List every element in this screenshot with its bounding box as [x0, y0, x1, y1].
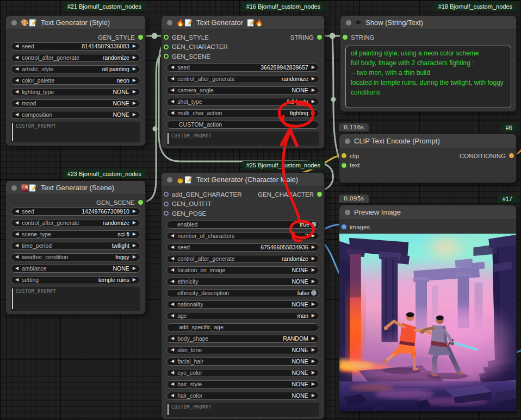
increment-arrow-icon[interactable]: ▶	[133, 232, 136, 236]
input-dot-icon[interactable]	[164, 54, 169, 59]
widget-value[interactable]: oil painting	[102, 66, 129, 72]
widget-CUSTOM_action[interactable]: CUSTOM_action	[166, 121, 319, 129]
decrement-arrow-icon[interactable]: ◀	[171, 382, 174, 386]
output-slot-GEN_SCENE[interactable]: GEN_SCENE	[96, 199, 143, 206]
decrement-arrow-icon[interactable]: ◀	[171, 279, 174, 284]
widget-multi_char_action[interactable]: ◀multi_char_actionfighting▶	[166, 109, 319, 117]
shown-string-text[interactable]: oil painting style, using a neon color s…	[345, 46, 511, 109]
collapse-dot-icon[interactable]	[167, 20, 172, 26]
increment-arrow-icon[interactable]: ▶	[312, 65, 315, 70]
node-text-generator-character-male[interactable]: 👨📝 Text Generator (Character Male) add_G…	[161, 172, 325, 419]
decrement-arrow-icon[interactable]: ◀	[171, 393, 174, 398]
widget-time_period[interactable]: ◀time_periodtwilight▶	[11, 242, 140, 250]
increment-arrow-icon[interactable]: ▶	[133, 55, 136, 60]
input-dot-icon[interactable]	[342, 163, 346, 168]
decrement-arrow-icon[interactable]: ◀	[171, 371, 174, 375]
widget-value[interactable]: NONE	[292, 301, 308, 308]
increment-arrow-icon[interactable]: ▶	[312, 77, 315, 81]
widget-value[interactable]: randomize	[282, 76, 308, 82]
widget-value[interactable]: NONE	[292, 267, 308, 273]
increment-arrow-icon[interactable]: ▶	[133, 255, 136, 259]
widget-value[interactable]: man	[297, 312, 308, 319]
widget-value[interactable]: NONE	[113, 100, 129, 106]
node-header[interactable]: Preview Image	[339, 205, 516, 220]
widget-age[interactable]: ◀ageman▶	[166, 312, 319, 320]
widget-value[interactable]: randomize	[282, 255, 308, 262]
widget-control_after_generate[interactable]: ◀control_after_generaterandomize▶	[11, 54, 140, 62]
increment-arrow-icon[interactable]: ▶	[312, 279, 315, 284]
node-header[interactable]: 🔥📝 Text Generator 📝🔥	[162, 16, 324, 30]
output-slot-GEN_STYLE[interactable]: GEN_STYLE	[98, 34, 143, 41]
increment-arrow-icon[interactable]: ▶	[312, 314, 315, 318]
widget-composition[interactable]: ◀compositionNONE▶	[11, 111, 140, 119]
increment-arrow-icon[interactable]: ▶	[312, 359, 315, 363]
output-slot-CONDITIONING[interactable]: CONDITIONING	[460, 153, 514, 159]
decrement-arrow-icon[interactable]: ◀	[171, 234, 174, 238]
increment-arrow-icon[interactable]: ▶	[312, 336, 315, 341]
increment-arrow-icon[interactable]: ▶	[312, 371, 315, 375]
decrement-arrow-icon[interactable]: ◀	[171, 348, 174, 352]
decrement-arrow-icon[interactable]: ◀	[171, 302, 174, 306]
decrement-arrow-icon[interactable]: ◀	[15, 55, 18, 60]
widget-weather_condition[interactable]: ◀weather_conditionfoggy▶	[11, 253, 140, 261]
input-slot-GEN_CHARACTER[interactable]: GEN_CHARACTER	[164, 43, 228, 50]
increment-arrow-icon[interactable]: ▶	[133, 90, 136, 94]
widget-seed[interactable]: ◀seed814145079336083▶	[11, 42, 140, 51]
widget-value[interactable]: temple ruins	[98, 277, 129, 283]
input-slot-GEN_POSE[interactable]: GEN_POSE	[164, 210, 206, 217]
widget-value[interactable]: 2	[305, 233, 308, 239]
decrement-arrow-icon[interactable]: ◀	[171, 268, 174, 272]
increment-arrow-icon[interactable]: ▶	[312, 99, 315, 104]
decrement-arrow-icon[interactable]: ◀	[15, 112, 18, 117]
input-slot-images[interactable]: images	[342, 224, 370, 230]
preview-image[interactable]	[339, 234, 516, 411]
node-header[interactable]: 👨📝 Text Generator (Character Male)	[162, 173, 324, 187]
widget-value[interactable]: NONE	[292, 347, 308, 353]
increment-arrow-icon[interactable]: ▶	[133, 112, 136, 117]
collapse-dot-icon[interactable]	[345, 139, 350, 144]
widget-value[interactable]: twilight	[112, 242, 129, 249]
widget-value[interactable]: 366259942839657	[260, 64, 308, 71]
widget-value[interactable]: NONE	[113, 111, 129, 118]
widget-setting[interactable]: ◀settingtemple ruins▶	[11, 276, 140, 284]
output-slot-STRING[interactable]: STRING	[290, 34, 322, 41]
widget-value[interactable]: 142497667309910	[82, 208, 129, 215]
input-slot-STRING[interactable]: STRING	[343, 34, 374, 41]
input-slot-text[interactable]: text	[342, 162, 360, 168]
input-dot-icon[interactable]	[342, 224, 346, 229]
decrement-arrow-icon[interactable]: ◀	[15, 266, 18, 271]
input-dot-icon[interactable]	[343, 35, 348, 40]
widget-seed[interactable]: ◀seed675466055834936▶	[166, 243, 319, 252]
widget-value[interactable]: NONE	[113, 89, 129, 95]
widget-value[interactable]: randomize	[103, 54, 129, 61]
input-dot-icon[interactable]	[164, 35, 169, 40]
toggle-knob-icon[interactable]	[311, 290, 317, 296]
node-text-generator-main[interactable]: 🔥📝 Text Generator 📝🔥 GEN_STYLESTRINGGEN_…	[161, 15, 325, 149]
node-preview-image[interactable]: Preview Image images	[339, 205, 517, 411]
widget-nationality[interactable]: ◀nationalityNONE▶	[166, 300, 319, 309]
increment-arrow-icon[interactable]: ▶	[312, 88, 315, 92]
custom-prompt-textarea[interactable]: CUSTOM_PROMPT	[166, 403, 319, 417]
node-text-generator-style[interactable]: 🎨📝 Text Generator (Style) GEN_STYLE ◀see…	[5, 15, 146, 146]
input-dot-icon[interactable]	[164, 202, 169, 206]
decrement-arrow-icon[interactable]: ◀	[171, 256, 174, 261]
decrement-arrow-icon[interactable]: ◀	[171, 88, 174, 92]
decrement-arrow-icon[interactable]: ◀	[171, 77, 174, 81]
widget-value[interactable]: randomize	[103, 220, 129, 226]
widget-camera_angle[interactable]: ◀camera_angleNONE▶	[166, 86, 319, 95]
decrement-arrow-icon[interactable]: ◀	[171, 111, 174, 115]
input-dot-icon[interactable]	[342, 153, 346, 158]
decrement-arrow-icon[interactable]: ◀	[15, 101, 18, 105]
input-slot-GEN_SCENE[interactable]: GEN_SCENE	[164, 53, 210, 60]
increment-arrow-icon[interactable]: ▶	[133, 209, 136, 214]
increment-arrow-icon[interactable]: ▶	[312, 268, 315, 272]
decrement-arrow-icon[interactable]: ◀	[15, 221, 18, 225]
widget-mood[interactable]: ◀moodNONE▶	[11, 99, 140, 108]
widget-artistic_style[interactable]: ◀artistic_styleoil painting▶	[11, 65, 140, 73]
custom-prompt-textarea[interactable]: CUSTOM_PROMPT	[11, 122, 140, 143]
widget-location_on_image[interactable]: ◀location_on_imageNONE▶	[166, 266, 319, 274]
output-dot-icon[interactable]	[317, 35, 322, 40]
widget-add_specific_age[interactable]: add_specific_age	[166, 323, 319, 331]
widget-facial_hair[interactable]: ◀facial_hairNONE▶	[166, 358, 319, 366]
custom-prompt-textarea[interactable]: CUSTOM_PROMPT	[166, 131, 319, 146]
